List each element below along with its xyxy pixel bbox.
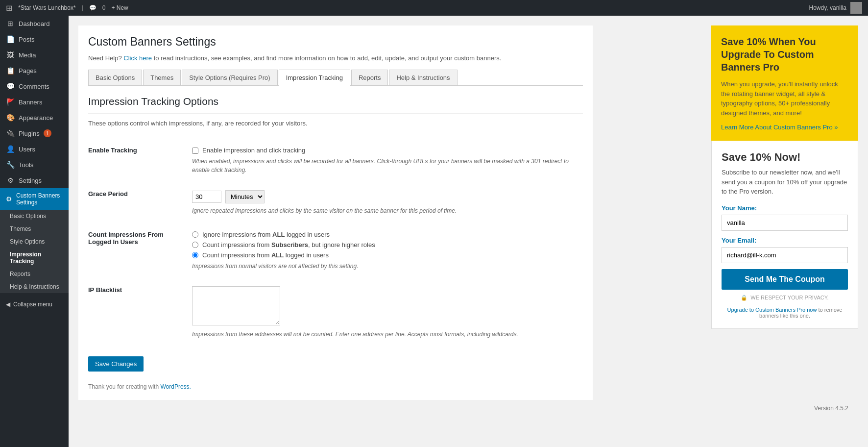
radio-subscribers[interactable]: [192, 242, 198, 248]
grace-period-input[interactable]: [192, 191, 221, 203]
sidebar: ⊞ Dashboard 📄 Posts 🖼 Media 📋 Pages 💬 Co…: [0, 16, 69, 447]
field-grace-period: Minutes Hours Days Ignore repeated impre…: [186, 182, 583, 223]
sidebar-item-plugins[interactable]: 🔌 Plugins 1: [0, 125, 69, 141]
new-post-link[interactable]: + New: [111, 4, 128, 11]
users-icon: 👤: [6, 145, 15, 153]
sidebar-subitem-reports[interactable]: Reports: [0, 268, 69, 280]
label-grace-period: Grace Period: [88, 182, 186, 223]
sidebar-label-banners: Banners: [19, 99, 42, 106]
label-enable-tracking: Enable Tracking: [88, 139, 186, 182]
collapse-menu[interactable]: ◀ Collapse menu: [0, 297, 69, 312]
row-count-impressions: Count Impressions From Logged In Users I…: [88, 223, 583, 278]
ip-blacklist-textarea[interactable]: [192, 286, 280, 325]
banners-icon: 🚩: [6, 98, 15, 106]
sidebar-submenu: Basic Options Themes Style Options Impre…: [0, 210, 69, 293]
sidebar-subitem-basic-options[interactable]: Basic Options: [0, 210, 69, 223]
save-changes-button[interactable]: Save Changes: [88, 356, 144, 372]
sidebar-item-pages[interactable]: 📋 Pages: [0, 63, 69, 78]
coupon-title: Save 10% Now!: [722, 151, 848, 164]
sidebar-item-settings[interactable]: ⚙ Settings: [0, 173, 69, 188]
sidebar-label-tools: Tools: [19, 161, 33, 169]
tab-themes[interactable]: Themes: [143, 70, 181, 85]
layout: ⊞ Dashboard 📄 Posts 🖼 Media 📋 Pages 💬 Co…: [0, 16, 868, 447]
grace-period-unit[interactable]: Minutes Hours Days: [225, 190, 265, 203]
radio-row-subscribers: Count impressions from Subscribers, but …: [192, 241, 583, 248]
collapse-label: Collapse menu: [13, 301, 52, 308]
sidebar-subitem-themes[interactable]: Themes: [0, 223, 69, 235]
dashboard-icon: ⊞: [6, 20, 15, 27]
radio-ignore-all[interactable]: [192, 231, 198, 238]
main-with-sidebar: Custom Banners Settings Need Help? Click…: [78, 25, 858, 400]
radio-label-count-all: Count impressions from ALL logged in use…: [202, 251, 329, 259]
send-coupon-button[interactable]: Send Me The Coupon: [722, 269, 848, 290]
main-area: Custom Banners Settings Need Help? Click…: [69, 16, 868, 447]
footer-prefix: Thank you for creating with: [88, 383, 159, 390]
sidebar-item-custom-banners[interactable]: ⚙ Custom Banners Settings: [0, 188, 69, 210]
sidebar-item-media[interactable]: 🖼 Media: [0, 47, 69, 63]
page-title: Custom Banners Settings: [88, 35, 583, 49]
sidebar-item-dashboard[interactable]: ⊞ Dashboard: [0, 16, 69, 31]
coupon-box: Save 10% Now! Subscribe to our newslette…: [711, 141, 858, 329]
enable-tracking-checkbox[interactable]: [192, 148, 198, 154]
sidebar-subitem-help[interactable]: Help & Instructions: [0, 280, 69, 293]
sidebar-item-comments[interactable]: 💬 Comments: [0, 78, 69, 94]
grace-row: Minutes Hours Days: [192, 190, 583, 203]
sidebar-label-comments: Comments: [19, 83, 49, 90]
sidebar-label-pages: Pages: [19, 67, 37, 74]
sidebar-subitem-style-options[interactable]: Style Options: [0, 235, 69, 248]
promo-desc: When you upgrade, you'll instantly unloc…: [721, 79, 848, 118]
enable-tracking-label: Enable impression and click tracking: [202, 147, 305, 154]
sidebar-subitem-impression-tracking[interactable]: Impression Tracking: [0, 248, 69, 268]
radio-group: Ignore impressions from ALL logged in us…: [192, 231, 583, 259]
topbar-separator: |: [82, 4, 83, 11]
sidebar-label-settings: Settings: [19, 177, 42, 184]
sidebar-label-dashboard: Dashboard: [19, 20, 50, 27]
posts-icon: 📄: [6, 35, 15, 43]
sidebar-item-posts[interactable]: 📄 Posts: [0, 31, 69, 47]
radio-label-subscribers: Count impressions from Subscribers, but …: [202, 241, 375, 248]
sidebar-label-appearance: Appearance: [19, 114, 53, 122]
name-label: Your Name:: [722, 204, 848, 212]
settings-icon: ⚙: [6, 176, 15, 184]
radio-label-ignore-all: Ignore impressions from ALL logged in us…: [202, 231, 330, 238]
sidebar-item-banners[interactable]: 🚩 Banners: [0, 94, 69, 110]
footer-wp-link[interactable]: WordPress.: [160, 383, 191, 390]
site-name[interactable]: *Star Wars Lunchbox*: [18, 4, 76, 11]
sidebar-label-users: Users: [19, 146, 35, 153]
sidebar-label-plugins: Plugins: [19, 130, 40, 137]
sidebar-item-appearance[interactable]: 🎨 Appearance: [0, 110, 69, 125]
help-suffix: to read instructions, see examples, and …: [154, 54, 502, 62]
tab-help-instructions[interactable]: Help & Instructions: [389, 70, 457, 85]
checkbox-row: Enable impression and click tracking: [192, 147, 583, 154]
label-ip-blacklist: IP Blacklist: [88, 278, 186, 347]
tab-style-options[interactable]: Style Options (Requires Pro): [182, 70, 277, 85]
footer-text: Thank you for creating with WordPress.: [88, 383, 583, 390]
radio-count-all[interactable]: [192, 252, 198, 258]
comments-icon: 💬: [6, 82, 15, 90]
promo-link[interactable]: Learn More About Custom Banners Pro »: [721, 124, 838, 131]
name-input[interactable]: [722, 215, 848, 231]
email-input[interactable]: [722, 247, 848, 263]
upgrade-link[interactable]: Upgrade to Custom Banners Pro now: [727, 307, 817, 313]
field-enable-tracking: Enable impression and click tracking Whe…: [186, 139, 583, 182]
pages-icon: 📋: [6, 67, 15, 74]
section-title: Impression Tracking Options: [88, 96, 583, 114]
form-table: Enable Tracking Enable impression and cl…: [88, 139, 583, 347]
tab-impression-tracking[interactable]: Impression Tracking: [279, 70, 350, 86]
radio-row-ignore-all: Ignore impressions from ALL logged in us…: [192, 231, 583, 238]
tab-reports[interactable]: Reports: [351, 70, 388, 85]
promo-box: Save 10% When You Upgrade To Custom Bann…: [711, 25, 858, 141]
enable-tracking-desc: When enabled, impressions and clicks wil…: [192, 157, 583, 174]
ip-blacklist-desc: Impressions from these addresses will no…: [192, 330, 583, 339]
wp-logo-icon: ⊞: [6, 3, 12, 13]
field-ip-blacklist: Impressions from these addresses will no…: [186, 278, 583, 347]
sidebar-item-tools[interactable]: 🔧 Tools: [0, 157, 69, 173]
custom-banners-icon: ⚙: [6, 195, 12, 203]
sidebar-item-users[interactable]: 👤 Users: [0, 141, 69, 157]
label-count-impressions: Count Impressions From Logged In Users: [88, 223, 186, 278]
appearance-icon: 🎨: [6, 114, 15, 122]
tab-basic-options[interactable]: Basic Options: [88, 70, 142, 85]
media-icon: 🖼: [6, 51, 15, 59]
help-link[interactable]: Click here: [123, 54, 152, 62]
sidebar-label-posts: Posts: [19, 36, 35, 43]
